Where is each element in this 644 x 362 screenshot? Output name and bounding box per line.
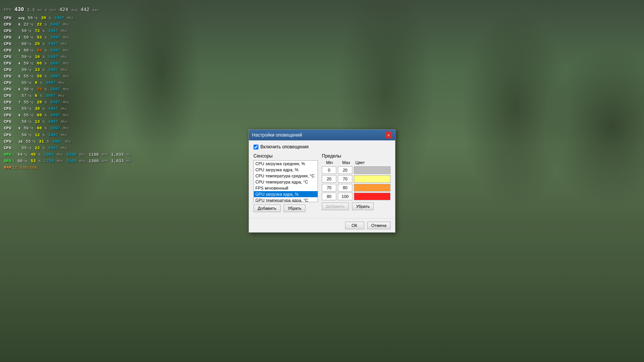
limits-rows [322,166,391,200]
dialog-close-button[interactable]: × [385,132,392,138]
sensor-item-0[interactable]: CPU загрузка средняя, % [254,161,318,167]
enable-notifications-label: Включить оповещения [260,144,308,150]
limit-row-3 [322,193,391,200]
sensor-item-2[interactable]: CPU температура средняя, °C [254,173,318,179]
remove-sensor-button[interactable]: Убрать [284,204,306,212]
limits-max-header: Max [339,160,354,165]
ok-button[interactable]: ОК [345,222,364,229]
limit-color-1[interactable] [354,175,391,183]
dialog-body: Включить оповещения Сенсоры CPU загрузка… [249,140,395,216]
limits-color-header: Цвет [355,160,391,165]
sensor-item-3[interactable]: CPU температура ядра, °C [254,179,318,185]
limit-row-0 [322,166,391,174]
limit-row-2 [322,184,391,191]
sensor-item-5[interactable]: GPU загрузка ядра, % [254,191,318,197]
dialog-overlay: Настройки оповещений × Включить оповещен… [0,0,644,362]
enable-notifications-checkbox[interactable] [253,145,258,150]
add-sensor-button[interactable]: Добавить [253,204,281,212]
limit-min-input-1[interactable] [322,175,336,183]
dialog-title: Настройки оповещений [252,132,302,138]
limit-color-2[interactable] [354,184,391,191]
cancel-button[interactable]: Отмена [367,222,391,229]
sensor-item-1[interactable]: CPU загрузка ядра, % [254,167,318,173]
sensors-section-label: Сенсоры [253,153,318,159]
sensor-item-6[interactable]: GPU температура ядра, °C [254,197,318,202]
dialog-main-content: Сенсоры CPU загрузка средняя, %CPU загру… [253,153,391,212]
sensors-panel: Сенсоры CPU загрузка средняя, %CPU загру… [253,153,318,212]
limit-min-input-2[interactable] [322,184,336,191]
sensors-buttons: Добавить Убрать [253,204,318,212]
limit-max-input-2[interactable] [338,184,352,191]
limit-max-input-3[interactable] [338,193,352,200]
limits-columns-header: Min Max Цвет [322,160,391,165]
notification-settings-dialog: Настройки оповещений × Включить оповещен… [249,129,395,233]
dialog-footer: ОК Отмена [249,218,395,232]
limits-min-header: Min [322,160,337,165]
limit-min-input-3[interactable] [322,193,336,200]
limit-row-1 [322,175,391,183]
limits-panel: Пределы Min Max Цвет [322,153,391,212]
sensors-list[interactable]: CPU загрузка средняя, %CPU загрузка ядра… [253,160,318,202]
sensor-item-4[interactable]: FPS мгновенный [254,185,318,191]
dialog-titlebar: Настройки оповещений × [249,130,395,140]
limits-buttons: Добавить Убрать [322,203,391,210]
add-limit-button[interactable]: Добавить [322,203,349,210]
limit-color-0[interactable] [354,166,391,174]
enable-notifications-row: Включить оповещения [253,144,391,150]
limit-max-input-1[interactable] [338,175,352,183]
remove-limit-button[interactable]: Убрать [352,203,374,210]
limit-color-3[interactable] [354,193,391,200]
limit-min-input-0[interactable] [322,166,336,174]
limit-max-input-0[interactable] [338,166,352,174]
limits-section-label: Пределы [322,153,391,159]
